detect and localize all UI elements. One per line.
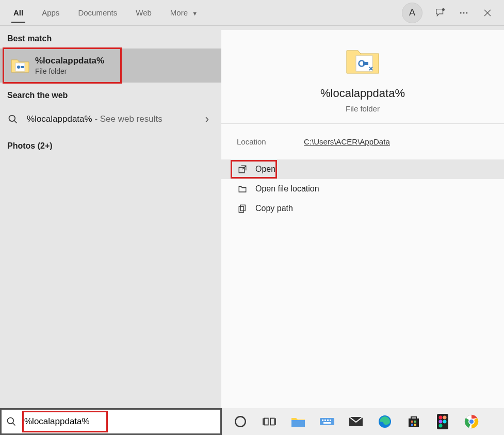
action-open[interactable]: Open [221,159,504,179]
svg-rect-25 [320,418,334,425]
svg-point-19 [235,416,246,427]
svg-rect-15 [240,205,245,211]
svg-point-42 [443,420,447,424]
action-open-label: Open [255,165,275,174]
svg-rect-27 [324,420,326,421]
location-path[interactable]: C:\Users\ACER\AppData [304,137,390,146]
svg-rect-33 [409,418,419,427]
svg-rect-29 [330,420,331,421]
scope-tabs: All Apps Documents Web More ▼ [4,2,207,23]
more-options-icon[interactable] [458,7,470,19]
close-button[interactable] [481,7,494,19]
svg-point-0 [443,8,445,10]
action-open-location[interactable]: Open file location [221,179,504,199]
search-input[interactable] [21,410,220,433]
best-match-sub: File folder [35,67,104,75]
svg-rect-35 [414,421,416,423]
action-open-location-label: Open file location [255,184,319,194]
svg-point-17 [8,418,14,424]
svg-rect-30 [323,422,331,424]
chevron-right-icon: › [205,112,209,126]
svg-rect-21 [270,418,274,425]
svg-rect-28 [327,420,329,421]
best-match-result[interactable]: %localappdata% File folder [0,49,221,83]
folder-location-icon [237,184,248,194]
best-match-title: %localappdata% [35,56,104,66]
best-match-text: %localappdata% File folder [35,56,104,75]
tab-more-label: More [170,8,188,17]
svg-rect-24 [291,420,305,427]
svg-point-41 [439,420,443,424]
svg-rect-38 [437,414,448,429]
copy-icon [237,204,248,213]
search-header: All Apps Documents Web More ▼ A [0,0,504,26]
search-icon [7,114,19,125]
open-icon [237,165,248,174]
web-result-suffix: - See web results [92,114,162,124]
taskbar-mail-icon[interactable] [347,412,365,431]
svg-point-7 [17,66,20,69]
location-row: Location C:\Users\ACER\AppData [221,124,504,159]
web-result-query: %localappdata% [27,114,92,124]
taskbar-edge-icon[interactable] [376,412,394,431]
search-web-header: Search the web [0,83,221,105]
web-result-text: %localappdata% - See web results [27,114,162,124]
preview-header: %localappdata% File folder [221,30,504,124]
search-bar [0,408,222,435]
svg-rect-20 [264,418,268,425]
user-avatar[interactable]: A [402,3,422,23]
chevron-down-icon: ▼ [192,10,198,17]
actions-list: Open Open file location Copy path [221,159,504,218]
tab-more[interactable]: More ▼ [161,2,207,23]
web-result[interactable]: %localappdata% - See web results › [0,105,221,133]
best-match-header: Best match [0,26,221,49]
taskbar-taskview-icon[interactable] [260,412,279,431]
location-label: Location [237,137,304,146]
svg-rect-8 [21,66,24,68]
svg-rect-37 [414,424,416,426]
tab-apps[interactable]: Apps [32,2,69,23]
svg-rect-16 [239,206,243,212]
svg-line-18 [13,423,15,426]
svg-rect-13 [363,62,368,65]
preview-sub: File folder [346,104,380,113]
taskbar-chrome-icon[interactable] [462,412,481,431]
taskbar-keyboard-icon[interactable] [318,412,336,431]
svg-rect-34 [411,421,413,423]
taskbar-figma-icon[interactable] [433,412,452,431]
preview-panel: %localappdata% File folder Location C:\U… [221,30,504,408]
taskbar-store-icon[interactable] [404,412,423,431]
tab-web[interactable]: Web [126,2,161,23]
feedback-icon[interactable] [434,7,446,19]
svg-point-46 [469,419,474,424]
tab-all[interactable]: All [4,2,32,23]
svg-point-43 [439,424,443,428]
action-copy-path[interactable]: Copy path [221,199,504,218]
svg-point-39 [439,416,443,420]
folder-icon [345,45,381,76]
taskbar [222,408,504,435]
search-icon [2,416,21,427]
preview-title: %localappdata% [320,87,405,100]
svg-point-3 [466,12,467,13]
photos-header[interactable]: Photos (2+) [0,133,221,156]
folder-icon [10,57,30,74]
svg-point-1 [460,12,462,13]
svg-point-9 [9,116,15,122]
svg-point-2 [463,12,465,13]
svg-point-40 [443,416,447,420]
svg-line-10 [14,121,17,123]
action-copy-path-label: Copy path [255,204,293,213]
tab-documents[interactable]: Documents [69,2,126,23]
taskbar-cortana-icon[interactable] [231,412,250,431]
svg-rect-26 [322,420,323,421]
main-area: Best match %localappdata% File folder Se… [0,26,504,408]
results-panel: Best match %localappdata% File folder Se… [0,26,221,408]
taskbar-file-explorer-icon[interactable] [289,412,307,431]
svg-rect-36 [411,424,413,426]
header-controls: A [402,3,494,23]
